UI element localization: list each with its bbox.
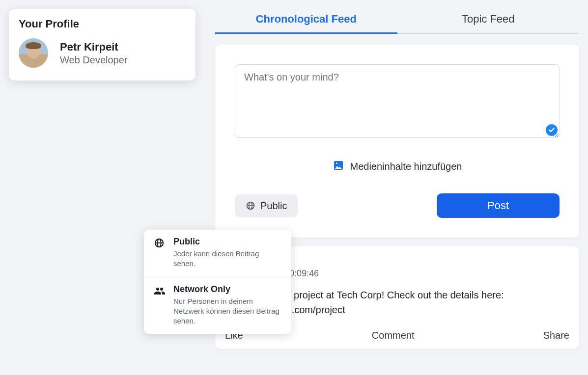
tab-chronological-feed[interactable]: Chronological Feed [215, 9, 397, 34]
privacy-option-network-title: Network Only [173, 284, 281, 295]
profile-role: Web Developer [60, 54, 127, 66]
add-media-label: Medieninhalte hinzufügen [350, 161, 462, 172]
privacy-selector-label: Public [260, 200, 287, 212]
avatar[interactable] [19, 38, 48, 68]
comment-button[interactable]: Comment [372, 330, 415, 341]
privacy-option-public[interactable]: Public Jeder kann diesen Beitrag sehen. [144, 230, 291, 277]
feed-tabs: Chronological Feed Topic Feed [215, 9, 579, 34]
post-button[interactable]: Post [437, 193, 560, 218]
globe-icon [246, 201, 255, 211]
check-icon [546, 124, 558, 136]
people-icon [154, 284, 166, 326]
share-button[interactable]: Share [543, 330, 569, 341]
composer-card: Medieninhalte hinzufügen Public Post [215, 45, 579, 238]
privacy-option-network-desc: Nur Personen in deinem Netzwerk können d… [173, 296, 281, 326]
composer-textarea[interactable] [235, 64, 560, 138]
privacy-option-public-desc: Jeder kann diesen Beitrag sehen. [173, 249, 281, 269]
privacy-option-public-title: Public [173, 237, 281, 247]
image-icon [333, 160, 344, 174]
globe-icon [154, 237, 166, 269]
add-media-button[interactable]: Medieninhalte hinzufügen [235, 160, 560, 174]
privacy-option-network[interactable]: Network Only Nur Personen in deinem Netz… [144, 277, 291, 334]
profile-card: Your Profile Petr Kirpeit Web Developer [9, 9, 196, 80]
profile-name: Petr Kirpeit [60, 41, 127, 54]
tab-topic-feed[interactable]: Topic Feed [397, 9, 580, 33]
profile-card-title: Your Profile [19, 18, 186, 30]
privacy-selector-button[interactable]: Public [235, 194, 298, 217]
privacy-popover: Public Jeder kann diesen Beitrag sehen. … [144, 230, 291, 334]
